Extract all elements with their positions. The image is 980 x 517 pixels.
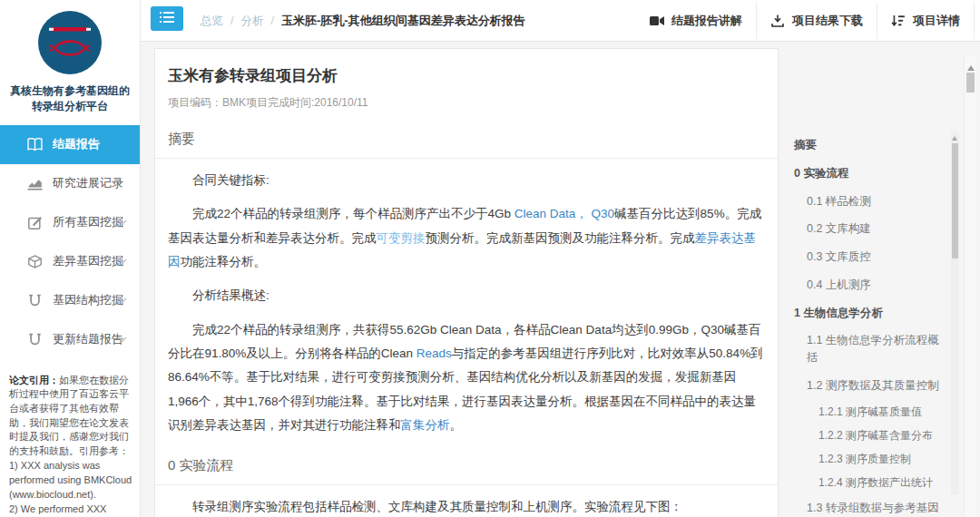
toc-item[interactable]: 1.2.1 测序碱基质量值 <box>794 400 948 424</box>
toc-scrollbar-thumb[interactable] <box>952 143 958 258</box>
project-detail-button[interactable]: 项目详情 <box>877 0 974 42</box>
paragraph-text: 完成22个样品的转录组测序，每个样品测序产出不少于4Gb <box>192 207 514 220</box>
chevron-down-icon <box>118 258 127 264</box>
video-icon <box>650 15 664 27</box>
sidebar-item-report[interactable]: 结题报告 <box>0 125 140 164</box>
chevron-down-icon <box>118 298 127 303</box>
paragraph-text: 分析结果概述: <box>192 288 270 302</box>
sidebar-item-label: 差异基因挖掘 <box>53 253 123 269</box>
chevron-down-icon <box>118 337 127 342</box>
scroll-up-icon[interactable] <box>952 133 957 141</box>
sidebar-item-label: 所有基因挖掘 <box>53 214 123 230</box>
sidebar-item-label: 更新结题报告 <box>53 331 123 347</box>
toggle-menu-button[interactable] <box>151 6 183 31</box>
top-bar: 总览/分析/玉米胚-胚乳-其他组织间基因差异表达分析报告 结题报告讲解项目结果下… <box>141 0 980 42</box>
project-meta: 项目编码：BMK项目完成时间:2016/10/11 <box>168 95 765 111</box>
inline-link[interactable]: 富集分析 <box>401 418 450 432</box>
inline-link[interactable]: 可变剪接 <box>377 231 426 245</box>
paragraph-text: 预测分析。完成新基因预测及功能注释分析。完成 <box>426 231 695 245</box>
chevron-down-icon <box>118 219 127 225</box>
sidebar-item-update-report[interactable]: 更新结题报告 <box>0 320 140 359</box>
toc-item[interactable]: 1.2.4 测序数据产出统计 <box>794 471 948 494</box>
platform-logo-area: 真核生物有参考基因组的 转录组分析平台 <box>0 0 140 115</box>
platform-name-line1: 真核生物有参考基因组的 <box>0 83 140 99</box>
citation-lead: 论文引用： <box>9 375 59 385</box>
scroll-up-icon[interactable] <box>967 62 975 71</box>
left-sidebar: 真核生物有参考基因组的 转录组分析平台 结题报告研究进展记录所有基因挖掘差异基因… <box>0 0 141 517</box>
toc-item[interactable]: 1 生物信息学分析 <box>794 299 948 327</box>
sidebar-item-label: 基因结构挖掘 <box>53 292 123 308</box>
sidebar-item-diff-gene-mining[interactable]: 差异基因挖掘 <box>0 242 140 281</box>
report-explain-button[interactable]: 结题报告讲解 <box>636 0 756 42</box>
toc-scrollbar[interactable] <box>951 132 959 494</box>
cube-icon <box>27 255 43 268</box>
result-overview-detail: 完成22个样品的转录组测序，共获得55.62Gb Clean Data，各样品C… <box>168 318 765 438</box>
abstract-paragraphs: 合同关键指标:完成22个样品的转录组测序，每个样品测序产出不少于4Gb Clea… <box>168 169 765 437</box>
platform-name: 真核生物有参考基因组的 转录组分析平台 <box>0 83 140 115</box>
toc-item[interactable]: 0 实验流程 <box>794 160 948 188</box>
citation-refs: 1) XXX analysis was performed using BMKC… <box>9 459 132 517</box>
header-actions: 结题报告讲解项目结果下载项目详情 <box>636 0 975 42</box>
sidebar-menu: 结题报告研究进展记录所有基因挖掘差异基因挖掘基因结构挖掘更新结题报告 <box>0 125 140 359</box>
citation-note: 论文引用：如果您在数据分析过程中使用了百迈客云平台或者获得了其他有效帮助，我们期… <box>9 374 132 517</box>
platform-logo-icon <box>36 9 103 76</box>
toc-item[interactable]: 0.1 样品检测 <box>794 188 948 216</box>
content-scrollbar[interactable] <box>964 56 976 517</box>
toc-item[interactable]: 0.4 上机测序 <box>794 271 948 299</box>
toc-item[interactable]: 1.1 生物信息学分析流程概括 <box>794 327 948 372</box>
result-download-button[interactable]: 项目结果下载 <box>757 0 877 42</box>
paragraph-text: 功能注释分析。 <box>181 255 267 268</box>
toc-item[interactable]: 摘要 <box>794 132 948 160</box>
page-title: 玉米有参转录组项目分析 <box>168 65 765 86</box>
divider <box>974 3 975 39</box>
toc-item[interactable]: 1.2 测序数据及其质量控制 <box>794 372 948 400</box>
flow-intro: 转录组测序实验流程包括样品检测、文库构建及其质量控制和上机测序。实验流程见下图： <box>168 495 765 517</box>
inline-link[interactable]: Reads <box>416 346 452 360</box>
contract-indicators-detail: 完成22个样品的转录组测序，每个样品测序产出不少于4Gb Clean Data，… <box>168 202 765 274</box>
result-overview-label: 分析结果概述: <box>168 284 765 307</box>
paragraph-text: 合同关键指标: <box>192 173 270 187</box>
section-heading-abstract: 摘要 <box>155 131 778 159</box>
breadcrumb: 总览/分析/玉米胚-胚乳-其他组织间基因差异表达分析报告 <box>201 0 525 42</box>
update-icon <box>27 333 43 346</box>
breadcrumb-current: 玉米胚-胚乳-其他组织间基因差异表达分析报告 <box>281 13 525 29</box>
sidebar-item-all-gene-mining[interactable]: 所有基因挖掘 <box>0 203 140 242</box>
breadcrumb-link[interactable]: 总览 <box>201 14 223 29</box>
toc-panel: 摘要0 实验流程0.1 样品检测0.2 文库构建0.3 文库质控0.4 上机测序… <box>794 132 948 517</box>
breadcrumb-separator: / <box>230 15 233 27</box>
content-scrollbar-thumb[interactable] <box>966 73 975 93</box>
paragraph-text: 。 <box>450 418 463 432</box>
sidebar-item-progress[interactable]: 研究进展记录 <box>0 164 140 203</box>
action-label: 项目结果下载 <box>792 13 863 29</box>
toc-item[interactable]: 1.3 转录组数据与参考基因组序列比对 <box>794 494 948 517</box>
toc-item[interactable]: 0.2 文库构建 <box>794 215 948 243</box>
progress-icon <box>27 177 43 190</box>
page-content: 玉米有参转录组项目分析 项目编码：BMK项目完成时间:2016/10/11 摘要… <box>141 42 980 517</box>
sidebar-item-label: 研究进展记录 <box>53 175 123 191</box>
toc-item[interactable]: 0.3 文库质控 <box>794 243 948 271</box>
structure-icon <box>27 294 43 307</box>
citation-body: 如果您在数据分析过程中使用了百迈客云平台或者获得了其他有效帮助，我们期望您在论文… <box>9 375 129 456</box>
inline-link[interactable]: Clean Data， Q30 <box>514 207 614 220</box>
toc-item[interactable]: 1.2.3 测序质量控制 <box>794 447 948 471</box>
download-icon <box>770 15 785 27</box>
report-icon <box>27 138 43 151</box>
breadcrumb-separator: / <box>270 15 273 27</box>
sidebar-item-gene-structure-mining[interactable]: 基因结构挖掘 <box>0 281 140 320</box>
citation-ref: 1) XXX analysis was performed using BMKC… <box>9 459 132 502</box>
toc-item[interactable]: 1.2.2 测序碱基含量分布 <box>794 424 948 447</box>
edit-icon <box>27 216 43 229</box>
section-heading-flow: 0 实验流程 <box>155 457 778 485</box>
sort-icon <box>891 15 906 27</box>
action-label: 项目详情 <box>913 13 960 29</box>
action-label: 结题报告讲解 <box>671 13 742 29</box>
list-menu-icon <box>160 12 174 25</box>
citation-ref: 2) We performed XXX analysis using XXX t… <box>9 502 132 517</box>
contract-indicators-label: 合同关键指标: <box>168 169 765 192</box>
report-card: 玉米有参转录组项目分析 项目编码：BMK项目完成时间:2016/10/11 摘要… <box>154 48 779 517</box>
sidebar-item-label: 结题报告 <box>53 136 100 152</box>
platform-name-line2: 转录组分析平台 <box>0 99 140 114</box>
breadcrumb-link[interactable]: 分析 <box>240 14 263 29</box>
